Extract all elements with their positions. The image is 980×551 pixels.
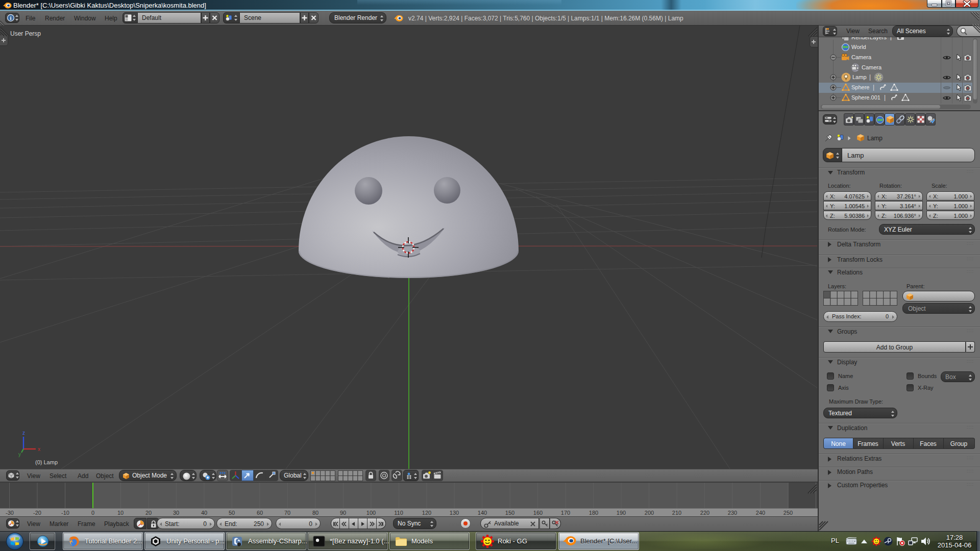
svg-text:i: i <box>10 15 12 21</box>
svg-text:x: x <box>38 446 40 452</box>
svg-text:y: y <box>18 452 21 457</box>
svg-text:z: z <box>22 430 25 436</box>
